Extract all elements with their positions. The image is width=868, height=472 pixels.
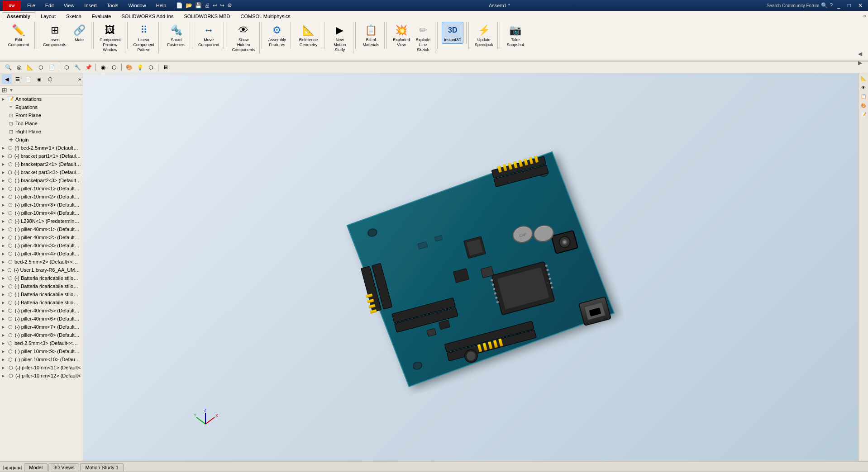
mate-button[interactable]: 🔗 Mate: [69, 22, 89, 44]
viewport[interactable]: CAP: [83, 73, 858, 461]
expand-arrow[interactable]: »: [78, 76, 81, 82]
tree-item[interactable]: ▶⬡bed-2.5mm<3> (Default<<Defau: [0, 339, 83, 347]
help-icon[interactable]: ?: [830, 2, 833, 9]
tree-expand-arrow[interactable]: ▶: [2, 154, 7, 158]
tree-expand-arrow[interactable]: ▶: [2, 236, 7, 240]
tree-expand-arrow[interactable]: ▶: [2, 203, 7, 207]
tree-expand-arrow[interactable]: ▶: [2, 227, 7, 231]
linear-pattern-button[interactable]: ⠿ LinearComponentPattern: [131, 22, 157, 53]
property-manager-icon[interactable]: ☰: [13, 74, 23, 84]
tree-expand-arrow[interactable]: ▶: [2, 162, 7, 166]
tree-expand-arrow[interactable]: ▶: [2, 170, 7, 175]
tree-item[interactable]: ▶⬡(-) piller-10mm<11> (Default<: [0, 363, 83, 372]
tab-assembly[interactable]: Assembly: [2, 12, 35, 20]
tree-expand-arrow[interactable]: ▶: [2, 179, 7, 183]
tree-item[interactable]: ▶⬡(-) piller-10mm<1> (Default<<D: [0, 184, 83, 193]
section-view-icon[interactable]: 📄: [47, 63, 56, 72]
tree-item[interactable]: ⊡Right Plane: [0, 127, 83, 136]
tree-item[interactable]: ▶⬡(-) Batteria ricaricabile stilo<5> (I: [0, 298, 83, 307]
filter-icon[interactable]: ⊞: [2, 86, 7, 94]
reference-geometry-button[interactable]: 📐 ReferenceGeometry: [297, 22, 320, 49]
menu-edit[interactable]: Edit: [42, 2, 57, 9]
tab-comsol[interactable]: COMSOL Multiphysics: [235, 12, 295, 20]
save-icon[interactable]: 💾: [195, 2, 202, 9]
tree-expand-arrow[interactable]: ▶: [2, 325, 7, 329]
tree-expand-arrow[interactable]: ▶: [2, 341, 7, 345]
tree-expand-arrow[interactable]: ▶: [2, 349, 7, 354]
nav-first[interactable]: |◀: [3, 465, 8, 470]
dimetmate-icon[interactable]: ◉: [34, 74, 44, 84]
open-icon[interactable]: 📂: [186, 2, 192, 9]
right-hide-show[interactable]: 👁: [859, 83, 868, 91]
tree-expand-arrow[interactable]: ▶: [2, 244, 7, 248]
tree-item[interactable]: ▶⬡(-) piller-40mm<6> (Default<<D: [0, 315, 83, 323]
appearance-icon[interactable]: 💡: [135, 63, 144, 72]
tree-item[interactable]: ▶⬡(-) piller-40mm<2> (Default<<D: [0, 233, 83, 241]
menu-file[interactable]: File: [24, 2, 39, 9]
collapse-left-icon[interactable]: ◀: [855, 49, 864, 58]
menu-view[interactable]: View: [60, 2, 78, 9]
menu-help[interactable]: Help: [153, 2, 170, 9]
expand-right-icon[interactable]: ▶: [855, 58, 864, 67]
tree-item[interactable]: ▶⬡(-) Batteria ricaricabile stilo<2> (I: [0, 282, 83, 290]
explode-line-button[interactable]: ✏ ExplodeLineSketch: [413, 22, 433, 53]
tree-expand-arrow[interactable]: ▶: [2, 219, 7, 223]
view-orientation-icon[interactable]: 🔍: [4, 63, 13, 72]
feature-tree-icon[interactable]: ◀: [2, 74, 12, 84]
minimize-button[interactable]: _: [835, 1, 843, 9]
tree-expand-arrow[interactable]: ▶: [2, 317, 7, 321]
tree-expand-arrow[interactable]: ▶: [2, 309, 7, 313]
move-component-button[interactable]: ↔ MoveComponent: [196, 22, 222, 49]
tab-solidworks-mbd[interactable]: SOLIDWORKS MBD: [179, 12, 235, 20]
tree-item[interactable]: ▶⬡(-) User.Library-R6_AA_UM3-1_5V: [0, 266, 83, 274]
tree-item[interactable]: ▶⬡(-) piller-40mm<8> (Default<<D: [0, 331, 83, 339]
tree-item[interactable]: ▶⬡(-) bracketpart2<3> (Default<<D: [0, 176, 83, 184]
settings-icon[interactable]: ⚙: [227, 2, 232, 9]
menu-tools[interactable]: Tools: [103, 2, 122, 9]
tree-item[interactable]: ▶⬡(f) bed-2.5mm<1> (Default<<De: [0, 144, 83, 152]
tree-expand-arrow[interactable]: ▶: [2, 252, 7, 256]
tree-item[interactable]: ▶⬡(-) piller-40mm<7> (Default<<D: [0, 323, 83, 331]
exploded-view-button[interactable]: 💥 ExplodedView: [391, 22, 412, 49]
tree-item[interactable]: ▶⬡(-) piller-10mm<12> (Default<: [0, 372, 83, 380]
color-icon[interactable]: 🎨: [124, 63, 134, 72]
tree-item[interactable]: ▶⬡(-) bracket part3<3> (Default<<D: [0, 168, 83, 176]
print-icon[interactable]: 🖨: [205, 2, 210, 9]
right-display[interactable]: 📋: [859, 92, 868, 100]
nav-prev[interactable]: ◀: [9, 465, 12, 470]
tree-expand-arrow[interactable]: ▶: [2, 333, 7, 337]
tree-item[interactable]: ▶⬡(-) piller-10mm<2> (Default<<D: [0, 193, 83, 201]
redo-icon[interactable]: ↪: [220, 2, 224, 9]
perspective-icon[interactable]: ⬡: [110, 63, 119, 72]
tree-expand-arrow[interactable]: ▶: [2, 293, 7, 297]
display-manager-icon[interactable]: 🖥: [161, 63, 170, 72]
tree-item[interactable]: ▶⬡(-) piller-40mm<1> (Default<<D: [0, 225, 83, 233]
insert-components-button[interactable]: ⊞ InsertComponents: [41, 22, 68, 49]
config-manager-icon[interactable]: 📄: [24, 74, 33, 84]
tree-expand-arrow[interactable]: ▶: [2, 97, 7, 101]
nav-next[interactable]: ▶: [13, 465, 17, 470]
right-notes[interactable]: 📝: [859, 110, 868, 118]
right-color[interactable]: 🎨: [859, 101, 868, 109]
tree-item[interactable]: ▶⬡(-) piller-10mm<10> (Default<<: [0, 355, 83, 363]
tab-model[interactable]: Model: [24, 463, 48, 471]
tree-item[interactable]: ▶⬡(-) piller-10mm<9> (Default<<D: [0, 347, 83, 355]
motion-study-button[interactable]: ▶ NewMotionStudy: [330, 22, 350, 53]
component-preview-button[interactable]: 🖼 ComponentPreviewWindow: [97, 22, 123, 53]
right-view-orientation[interactable]: 📐: [859, 74, 868, 82]
tree-expand-arrow[interactable]: ▶: [2, 146, 7, 150]
realview-icon[interactable]: ⬡: [146, 63, 155, 72]
menu-insert[interactable]: Insert: [81, 2, 100, 9]
menu-window[interactable]: Window: [125, 2, 150, 9]
tab-layout[interactable]: Layout: [36, 12, 61, 20]
3d-view-icon[interactable]: 🔧: [73, 63, 82, 72]
sketch-icon[interactable]: ⬡: [62, 63, 71, 72]
edit-component-button[interactable]: ✏️ Edit Component: [5, 22, 33, 49]
tree-item[interactable]: ▶⬡(-) bracket part1<1> (Default<<D: [0, 152, 83, 160]
tree-item[interactable]: ▶⬡(-) piller-10mm<3> (Default<<D: [0, 201, 83, 209]
tree-item[interactable]: ▶📝Annotations: [0, 95, 83, 103]
hide-show-icon[interactable]: ◎: [14, 63, 24, 72]
ribbon-expand-icon[interactable]: »: [863, 13, 866, 19]
tree-item[interactable]: =Equations: [0, 103, 83, 111]
tree-expand-arrow[interactable]: ▶: [2, 276, 7, 280]
